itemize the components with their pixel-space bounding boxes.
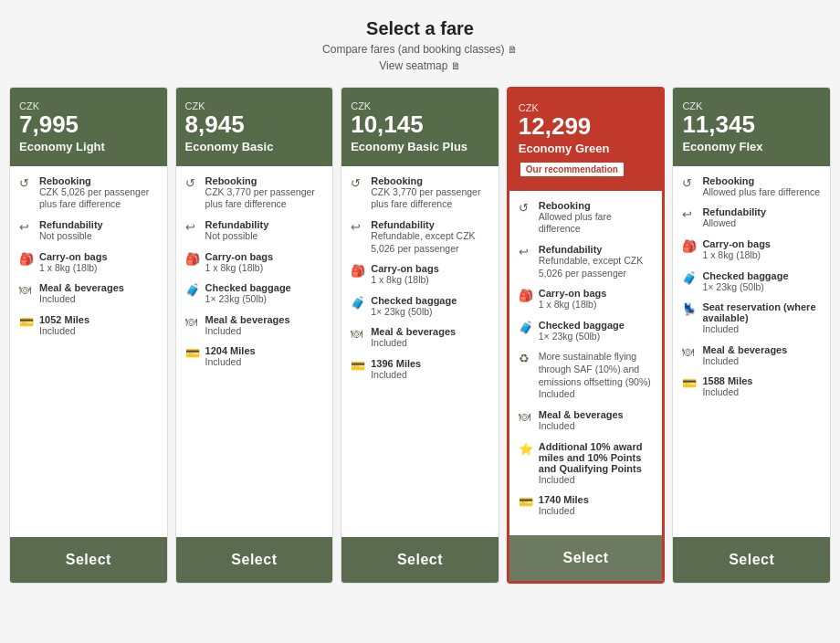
feature-desc: 1 x 8kg (18lb): [539, 299, 607, 311]
feature-text: Additional 10% award miles and 10% Point…: [539, 441, 654, 487]
feature-text: RebookingCZK 5,026 per passenger plus fa…: [39, 175, 158, 211]
feature-icon: ↩: [19, 220, 34, 234]
feature-text: RefundabilityNot possible: [205, 219, 269, 243]
seatmap-link[interactable]: View seatmap 🗎: [322, 59, 518, 72]
feature-text: Meal & beveragesIncluded: [371, 326, 456, 350]
seatmap-icon: 🗎: [451, 60, 461, 71]
feature-item: 🧳Checked baggage1× 23kg (50lb): [519, 320, 654, 343]
feature-icon: ♻: [519, 352, 533, 365]
feature-desc: Included: [702, 323, 821, 336]
feature-item: ♻More sustainable flying through SAF (10…: [519, 351, 654, 401]
feature-title: Carry-on bags: [39, 251, 108, 262]
fare-price-label: CZK: [682, 100, 821, 111]
feature-icon: 🍽: [351, 327, 365, 341]
feature-desc: Included: [702, 386, 752, 399]
feature-item: ↺RebookingCZK 3,770 per passenger plus f…: [185, 175, 324, 211]
feature-desc: 1 x 8kg (18lb): [702, 249, 771, 262]
feature-icon: 🎒: [351, 264, 365, 278]
feature-desc: CZK 5,026 per passenger plus fare differ…: [39, 186, 158, 211]
feature-item: ↺RebookingAllowed plus fare difference: [682, 175, 821, 199]
feature-desc: Refundable, except CZK 5,026 per passeng…: [539, 255, 654, 279]
fare-card-header-economy-basic: CZK8,945Economy Basic: [176, 88, 333, 166]
feature-title: 1052 Miles: [39, 314, 89, 325]
feature-text: 1396 MilesIncluded: [371, 358, 421, 382]
feature-item: ↩RefundabilityNot possible: [185, 219, 324, 243]
feature-icon: 🍽: [185, 315, 200, 329]
feature-title: Rebooking: [205, 175, 324, 186]
feature-title: Refundability: [539, 244, 654, 255]
feature-title: 1740 Miles: [539, 494, 589, 505]
select-button-economy-light[interactable]: Select: [10, 537, 167, 583]
compare-icon: 🗎: [508, 44, 518, 55]
feature-icon: 🧳: [185, 283, 200, 297]
feature-title: Meal & beverages: [205, 314, 290, 325]
feature-icon: ↺: [519, 201, 533, 215]
feature-title: Carry-on bags: [702, 238, 771, 249]
compare-fares-link[interactable]: Compare fares (and booking classes) 🗎: [322, 43, 518, 56]
feature-title: Rebooking: [539, 200, 654, 211]
page-header: Select a fare Compare fares (and booking…: [322, 18, 518, 72]
feature-desc: Allowed: [702, 217, 766, 230]
fare-card-economy-flex: CZK11,345Economy Flex↺RebookingAllowed p…: [672, 87, 831, 584]
feature-desc: Not possible: [205, 230, 269, 243]
fare-features-economy-flex: ↺RebookingAllowed plus fare difference↩R…: [673, 166, 830, 537]
fare-price-label: CZK: [351, 100, 489, 111]
feature-icon: ↩: [351, 220, 365, 234]
feature-icon: ⭐: [519, 442, 533, 456]
feature-item: 🎒Carry-on bags1 x 8kg (18lb): [19, 251, 158, 275]
feature-item: ⭐Additional 10% award miles and 10% Poin…: [519, 441, 654, 487]
feature-icon: ↩: [682, 207, 697, 221]
fare-features-economy-basic: ↺RebookingCZK 3,770 per passenger plus f…: [176, 166, 333, 537]
feature-icon: 🧳: [519, 321, 533, 334]
select-button-economy-basic[interactable]: Select: [176, 537, 333, 583]
feature-title: Checked baggage: [539, 320, 625, 331]
feature-item: 💳1740 MilesIncluded: [519, 494, 654, 518]
feature-text: More sustainable flying through SAF (10%…: [539, 351, 654, 401]
feature-text: Carry-on bags1 x 8kg (18lb): [39, 251, 108, 275]
feature-desc: CZK 3,770 per passenger plus fare differ…: [371, 186, 489, 211]
feature-item: 🍽Meal & beveragesIncluded: [351, 326, 489, 350]
feature-item: 🎒Carry-on bags1 x 8kg (18lb): [351, 263, 489, 287]
feature-desc: Included: [539, 505, 589, 518]
feature-text: RebookingCZK 3,770 per passenger plus fa…: [205, 175, 324, 211]
feature-icon: ↺: [19, 176, 34, 190]
feature-icon: ↩: [519, 245, 533, 258]
feature-icon: 💳: [351, 359, 365, 373]
recommendation-badge: Our recommendation: [519, 161, 625, 178]
feature-desc: 1 x 8kg (18lb): [371, 274, 439, 287]
feature-text: Meal & beveragesIncluded: [205, 314, 290, 338]
select-button-economy-basic-plus[interactable]: Select: [341, 537, 499, 583]
feature-title: 1588 Miles: [702, 375, 752, 386]
fare-name: Economy Basic: [185, 140, 324, 153]
feature-text: RefundabilityRefundable, except CZK 5,02…: [539, 244, 654, 279]
feature-item: 🎒Carry-on bags1 x 8kg (18lb): [682, 238, 821, 262]
feature-desc: Included: [371, 369, 421, 382]
feature-text: RefundabilityRefundable, except CZK 5,02…: [371, 219, 489, 255]
feature-text: Checked baggage1× 23kg (50lb): [539, 320, 625, 343]
feature-icon: 🍽: [682, 345, 697, 359]
fare-price-amount: 7,995: [19, 111, 158, 138]
feature-title: Carry-on bags: [539, 288, 607, 299]
feature-text: 1052 MilesIncluded: [39, 314, 89, 338]
select-button-economy-flex[interactable]: Select: [673, 537, 830, 583]
feature-text: Checked baggage1× 23kg (50lb): [371, 295, 457, 319]
feature-desc: 1 x 8kg (18lb): [39, 262, 108, 275]
feature-title: Rebooking: [702, 175, 820, 186]
feature-desc: Not possible: [39, 230, 103, 243]
feature-text: RebookingCZK 3,770 per passenger plus fa…: [371, 175, 489, 211]
fare-card-economy-basic-plus: CZK10,145Economy Basic Plus↺RebookingCZK…: [341, 87, 499, 584]
feature-text: 1204 MilesIncluded: [205, 345, 256, 369]
fare-features-economy-light: ↺RebookingCZK 5,026 per passenger plus f…: [10, 166, 167, 537]
fare-card-header-economy-flex: CZK11,345Economy Flex: [673, 88, 830, 166]
feature-title: Meal & beverages: [371, 326, 456, 337]
feature-title: Refundability: [371, 219, 489, 230]
feature-item: 💳1204 MilesIncluded: [185, 345, 324, 369]
feature-desc: Included: [205, 325, 290, 338]
feature-item: 🍽Meal & beveragesIncluded: [519, 409, 654, 433]
fare-name: Economy Green: [519, 142, 654, 155]
feature-item: ↩RefundabilityNot possible: [19, 219, 158, 243]
feature-desc: 1× 23kg (50lb): [371, 306, 457, 319]
feature-icon: 💺: [682, 302, 697, 316]
select-button-economy-green[interactable]: Select: [509, 535, 663, 581]
feature-icon: 🎒: [185, 252, 200, 266]
